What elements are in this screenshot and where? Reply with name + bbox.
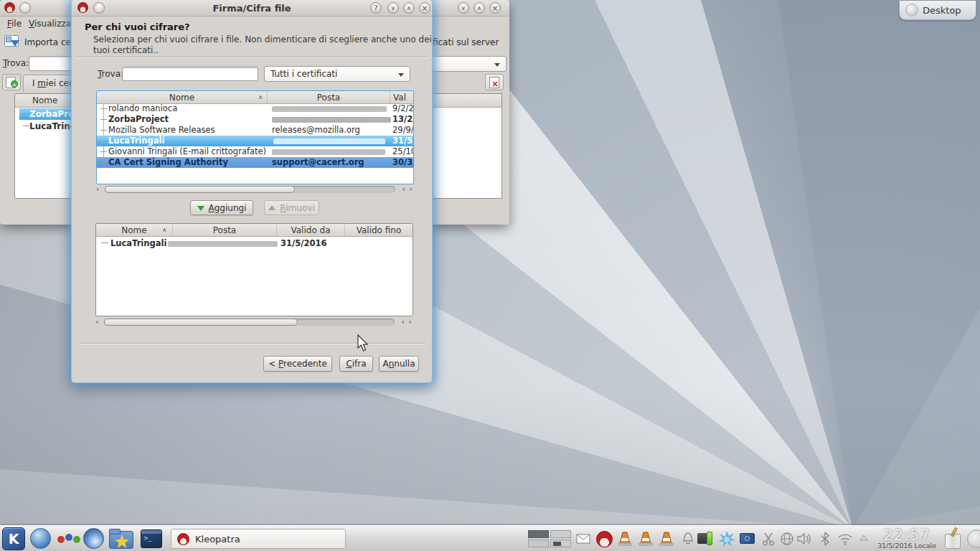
network-globe-icon[interactable] (779, 531, 795, 547)
panel-cashew[interactable] (967, 529, 980, 548)
minimize-button[interactable]: ∨ (458, 2, 469, 14)
close-button[interactable]: × (489, 2, 501, 14)
sort-ascending-icon: ∧ (258, 94, 263, 100)
scroll-left2-icon[interactable]: ‹ (402, 317, 405, 326)
header-name: Nome (169, 93, 194, 103)
minimize-button[interactable]: ∨ (387, 2, 399, 14)
red-x-icon: × (491, 79, 499, 89)
favorites-folder-icon[interactable] (109, 528, 133, 550)
kleopatra-app-icon (4, 2, 15, 13)
sign-encrypt-dialog: Firma/Cifra file ? ∨ ∧ × Per chi vuoi ci… (72, 0, 432, 382)
header-valid: Val (393, 93, 406, 103)
certificate-row[interactable]: ZorbaProject 13/2/ (97, 114, 413, 125)
scroll-right-icon[interactable]: › (410, 184, 413, 194)
kde-menu-button[interactable]: K (2, 527, 25, 550)
scrollbar-thumb[interactable] (105, 186, 295, 193)
scroll-left2-icon[interactable]: ‹ (402, 184, 405, 194)
back-button[interactable]: < Precedente (263, 356, 332, 372)
find-label: Trova: (3, 58, 29, 68)
vlc-cone-icon[interactable] (617, 531, 633, 547)
close-tab-button[interactable]: × (485, 74, 504, 90)
desktop-4[interactable] (550, 540, 571, 547)
volume-icon[interactable] (796, 531, 812, 547)
horizontal-scrollbar[interactable]: ‹ ‹ › (96, 185, 414, 194)
desktop-toolbox[interactable]: Desktop (899, 1, 976, 20)
certificate-row[interactable]: rolando manioca 9/2/2 (97, 103, 413, 114)
certificate-list-right (433, 93, 502, 199)
add-button[interactable]: Aggiungi (190, 200, 253, 215)
menu-file[interactable]: File (7, 19, 22, 29)
available-certificates-table[interactable]: Nome ∧ Posta Val rolando manioca 9/2/2 (96, 90, 414, 184)
task-button-kleopatra[interactable]: Kleopatra (171, 529, 346, 549)
certificate-row[interactable]: Giovanni Tringali (E-mail crittografate)… (97, 146, 413, 157)
cancel-button[interactable]: Annulla (379, 356, 419, 372)
scroll-left-icon[interactable]: ‹ (96, 184, 99, 194)
taskbar-panel: K >_ Kleopatra (0, 525, 980, 551)
certificate-row-selected[interactable]: CA Cert Signing Authority support@cacert… (97, 157, 413, 168)
virtual-desktop-pager[interactable] (528, 530, 573, 548)
maximize-button[interactable]: ∧ (473, 2, 485, 14)
divider (79, 343, 425, 344)
blue-splash-icon[interactable] (718, 531, 734, 547)
browser-icon[interactable] (83, 528, 104, 549)
import-certificates-icon[interactable] (4, 34, 22, 50)
green-plus-icon: + (11, 80, 18, 88)
header-valid-from: Valido da (291, 225, 330, 235)
horizontal-scrollbar[interactable]: ‹ ‹ › (95, 318, 413, 327)
close-button[interactable]: × (419, 2, 430, 14)
power-device-icon[interactable] (697, 531, 713, 547)
desktop-2[interactable] (550, 530, 571, 538)
clock-date: 31/5/2016 Locale (872, 542, 941, 550)
bluetooth-icon[interactable] (818, 531, 834, 547)
help-button[interactable]: ? (370, 2, 382, 14)
mouse-cursor (357, 334, 370, 353)
window-menu-button[interactable] (19, 2, 31, 14)
list-header-name: Nome (32, 95, 57, 105)
terminal-icon[interactable]: >_ (141, 529, 162, 548)
desktop-1-active[interactable] (528, 530, 549, 538)
selected-certificates-table[interactable]: Nome ∧ Posta Valido da Valido fino LucaT… (95, 223, 413, 316)
chromium-icon[interactable] (30, 528, 51, 549)
kleopatra-tray-icon[interactable] (596, 531, 613, 547)
header-name: Nome (121, 225, 146, 235)
vlc-cone-icon[interactable] (659, 531, 674, 547)
arrow-down-icon (197, 206, 204, 215)
new-tab-button[interactable]: + (2, 74, 21, 90)
panel-clock[interactable]: 22:57 31/5/2016 Locale (872, 527, 941, 551)
task-button-label: Kleopatra (195, 534, 240, 545)
trash-icon[interactable] (943, 529, 963, 550)
header-mail: Posta (213, 225, 236, 235)
desktop-3[interactable] (528, 540, 549, 547)
scrollbar-thumb[interactable] (104, 319, 298, 326)
dialog-description: Seleziona per chi vuoi cifrare i file. N… (93, 34, 436, 56)
certificate-row-selected[interactable]: LucaTringali 31/5/ (97, 136, 413, 146)
mail-icon[interactable] (575, 531, 591, 547)
wifi-icon[interactable] (836, 531, 852, 547)
notifications-bell-icon[interactable] (680, 531, 696, 547)
dialog-titlebar[interactable]: Firma/Cifra file ? ∨ ∧ × (72, 0, 432, 17)
desktop-screen: ∨ ∧ × File Visualizza Importa certifi ce… (0, 0, 980, 551)
gear-icon (905, 4, 918, 17)
find-input[interactable] (122, 67, 258, 81)
header-valid-to: Valido fino (357, 225, 402, 235)
toolbox-label: Desktop (923, 5, 961, 16)
vlc-cone-icon[interactable] (638, 531, 654, 547)
remove-button[interactable]: Rimuovi (264, 200, 319, 215)
kleopatra-app-icon (177, 533, 189, 545)
certificate-filter-combo[interactable]: Tutti i certificati (264, 66, 410, 82)
filter-value: Tutti i certificati (270, 69, 337, 79)
selected-certificate-row[interactable]: LucaTringali 31/5/2016 (96, 237, 413, 249)
un-flag-icon[interactable] (740, 531, 755, 547)
encrypt-button[interactable]: Cifra (339, 356, 373, 372)
scroll-left-icon[interactable]: ‹ (95, 317, 98, 326)
menu-view[interactable]: Visualizza (29, 19, 71, 29)
clipboard-scissors-icon[interactable] (760, 531, 776, 547)
find-label: Trova: (98, 69, 123, 79)
maximize-button[interactable]: ∧ (403, 2, 415, 14)
certificate-row[interactable]: Mozilla Software Releases releases@mozil… (97, 125, 413, 136)
colored-dots-icon[interactable] (57, 528, 79, 550)
tray-expander-icon[interactable] (859, 534, 868, 542)
scroll-right-icon[interactable]: › (409, 317, 412, 326)
divider (76, 57, 428, 57)
arrow-up-icon (268, 202, 275, 210)
